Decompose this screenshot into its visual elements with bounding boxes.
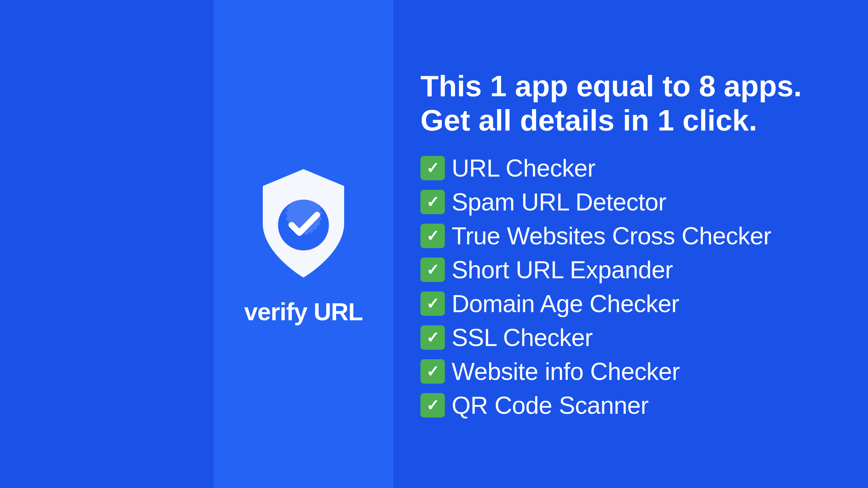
checkmark-icon: ✓ [426, 398, 439, 413]
checkbox-icon: ✓ [420, 224, 445, 248]
feature-list: ✓URL Checker✓Spam URL Detector✓True Webs… [420, 154, 841, 419]
checkbox-icon: ✓ [420, 291, 445, 316]
checkmark-icon: ✓ [426, 296, 439, 311]
checkmark-icon: ✓ [426, 194, 439, 210]
main-heading: This 1 app equal to 8 apps. Get all deta… [420, 69, 841, 137]
feature-label: Website info Checker [452, 358, 680, 385]
checkmark-icon: ✓ [426, 330, 439, 345]
feature-item: ✓Spam URL Detector [420, 188, 841, 216]
feature-item: ✓QR Code Scanner [420, 391, 841, 419]
checkmark-icon: ✓ [426, 160, 439, 176]
feature-label: QR Code Scanner [452, 391, 649, 419]
feature-label: SSL Checker [452, 324, 593, 351]
checkbox-icon: ✓ [420, 359, 445, 384]
feature-label: Spam URL Detector [452, 188, 666, 216]
checkmark-icon: ✓ [426, 228, 439, 244]
feature-label: True Websites Cross Checker [452, 222, 771, 250]
checkbox-icon: ✓ [420, 190, 445, 214]
center-panel: verify URL [214, 0, 393, 488]
feature-label: Short URL Expander [452, 256, 673, 284]
feature-label: URL Checker [452, 154, 595, 182]
checkmark-icon: ✓ [426, 364, 439, 379]
feature-item: ✓URL Checker [420, 154, 841, 182]
checkbox-icon: ✓ [420, 156, 445, 180]
feature-label: Domain Age Checker [452, 290, 679, 318]
shield-icon [249, 162, 358, 284]
left-panel [0, 0, 214, 488]
feature-item: ✓True Websites Cross Checker [420, 222, 841, 250]
checkbox-icon: ✓ [420, 258, 445, 282]
feature-item: ✓Short URL Expander [420, 256, 841, 284]
checkbox-icon: ✓ [420, 393, 445, 418]
checkbox-icon: ✓ [420, 325, 445, 350]
feature-item: ✓Website info Checker [420, 358, 841, 385]
feature-item: ✓Domain Age Checker [420, 290, 841, 318]
heading-line1: This 1 app equal to 8 apps. [420, 69, 802, 103]
checkmark-icon: ✓ [426, 262, 439, 278]
right-panel: This 1 app equal to 8 apps. Get all deta… [393, 0, 868, 488]
shield-container: verify URL [244, 162, 363, 326]
page-container: verify URL This 1 app equal to 8 apps. G… [0, 0, 868, 488]
heading-line2: Get all details in 1 click. [420, 103, 757, 137]
feature-item: ✓SSL Checker [420, 324, 841, 351]
app-name-label: verify URL [244, 298, 363, 326]
